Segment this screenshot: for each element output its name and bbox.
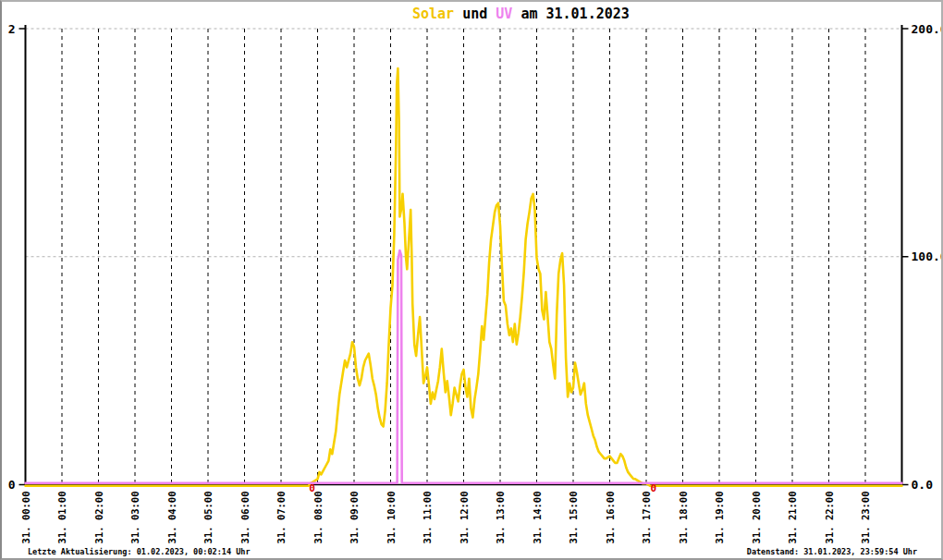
uv-series-line	[26, 250, 902, 483]
x-axis-tick-label: 31. 13:00	[495, 492, 506, 544]
x-axis-tick-label: 31. 22:00	[824, 492, 835, 544]
right-axis-tick-label: 0.0	[912, 478, 934, 492]
x-axis-tick-label: 31. 14:00	[532, 492, 543, 544]
x-axis-tick-label: 31. 19:00	[714, 492, 725, 544]
x-axis-tick-label: 31. 09:00	[349, 492, 360, 544]
data-timestamp-text: Datenstand: 31.01.2023, 23:59:54 Uhr	[747, 547, 917, 556]
x-axis-tick-label: 31. 03:00	[129, 492, 141, 544]
last-update-text: Letzte Aktualisierung: 01.02.2023, 00:02…	[28, 547, 251, 556]
x-axis-tick-label: 31. 00:00	[20, 492, 31, 544]
x-axis-tick-label: 31. 07:00	[276, 492, 287, 544]
x-axis-tick-label: 31. 01:00	[56, 492, 67, 544]
x-axis-tick-label: 31. 05:00	[202, 492, 214, 544]
x-axis-tick-label: 31. 17:00	[641, 492, 652, 544]
x-axis-tick-label: 31. 23:00	[860, 492, 871, 544]
min-value-annotation: 0	[309, 482, 315, 494]
chart-page: Solar und UV am 31.01.2023 20200.0100.00…	[0, 0, 943, 560]
x-axis-tick-label: 31. 20:00	[751, 492, 762, 544]
min-value-annotation: 0	[651, 482, 657, 494]
x-axis-tick-label: 31. 08:00	[312, 492, 324, 544]
x-axis-tick-label: 31. 18:00	[678, 492, 689, 544]
x-axis-tick-label: 31. 11:00	[422, 492, 433, 544]
x-axis-tick-label: 31. 12:00	[459, 492, 470, 544]
x-axis-tick-label: 31. 04:00	[166, 492, 178, 544]
x-axis-tick-label: 31. 10:00	[386, 492, 397, 544]
x-axis-tick-label: 31. 02:00	[93, 492, 104, 544]
chart-canvas: 20200.0100.00.031. 00:0031. 01:0031. 02:…	[2, 2, 941, 558]
left-axis-tick-label: 0	[8, 478, 16, 492]
x-axis-tick-label: 31. 06:00	[239, 492, 251, 544]
right-axis-tick-label: 200.0	[912, 22, 942, 36]
x-axis-tick-label: 31. 15:00	[568, 492, 579, 544]
left-axis-tick-label: 2	[8, 22, 16, 36]
x-axis-tick-label: 31. 16:00	[605, 492, 616, 544]
x-axis-tick-label: 31. 21:00	[787, 492, 798, 544]
right-axis-tick-label: 100.0	[912, 250, 942, 263]
